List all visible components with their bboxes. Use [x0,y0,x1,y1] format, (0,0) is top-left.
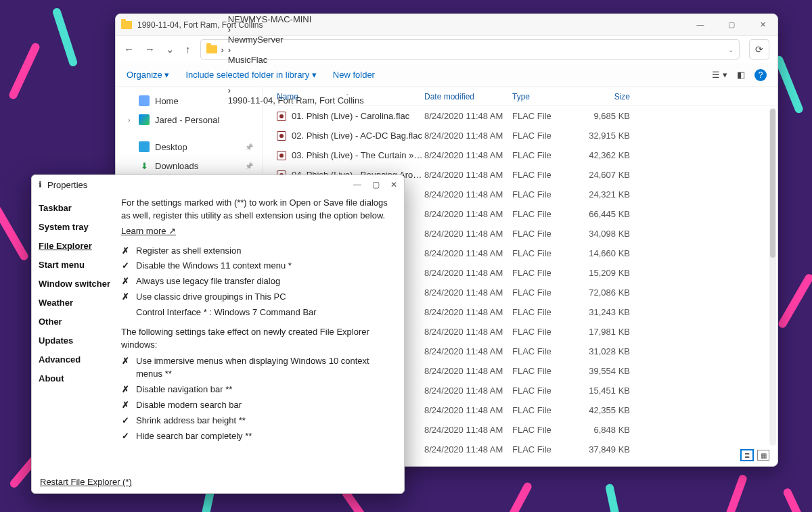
minimize-button[interactable]: — [353,180,361,189]
file-date: 8/24/2020 11:48 AM [424,327,512,337]
intro-text: For the settings marked with (**) to wor… [121,197,394,223]
minimize-button[interactable]: — [691,20,710,29]
scrollbar-thumb[interactable] [770,109,775,258]
sidebar-item-downloads[interactable]: ⬇ Downloads [116,156,263,175]
maximize-button[interactable]: ▢ [372,180,380,189]
setting-option[interactable]: ✗Always use legacy file transfer dialog [121,274,394,289]
nav-history-button[interactable]: ⌄ [166,43,175,55]
category-weather[interactable]: Weather [39,293,120,312]
help-button[interactable]: ? [754,69,767,81]
category-system-tray[interactable]: System tray [39,217,120,236]
file-size: 24,321 KB [580,189,646,200]
nav-forward-button[interactable]: → [145,43,155,55]
chevron-right-icon[interactable]: › [125,116,133,124]
file-type: FLAC File [512,307,580,317]
file-size: 34,098 KB [580,229,646,239]
setting-option[interactable]: ✓Hide search bar completely ** [121,429,394,444]
category-other[interactable]: Other [39,312,120,331]
x-icon: ✗ [121,245,129,258]
category-about[interactable]: About [39,369,120,388]
refresh-button[interactable]: ⟳ [749,39,769,60]
sidebar-item-label: Downloads [155,161,198,171]
file-type: FLAC File [512,229,580,239]
file-date: 8/24/2020 11:48 AM [424,346,512,356]
large-icons-view-button[interactable]: ▦ [757,450,769,461]
setting-option[interactable]: ✗Use classic drive groupings in This PC [121,289,394,305]
flac-file-icon [277,151,286,160]
include-in-library-menu[interactable]: Include selected folder in library ▾ [185,70,316,80]
option-label: Use immersive menus when displaying Wind… [136,355,394,381]
category-advanced[interactable]: Advanced [39,350,120,369]
sidebar-item-personal[interactable]: › Jared - Personal [116,110,263,129]
scrollbar[interactable] [769,108,776,446]
chevron-right-icon: › [228,45,231,55]
table-row[interactable]: 02. Phish (Live) - AC-DC Bag.flac8/24/20… [263,126,777,145]
close-button[interactable]: ✕ [390,180,397,189]
category-start-menu[interactable]: Start menu [39,255,120,274]
breadcrumb-segment[interactable]: NEWMYS-MAC-MINI [228,14,364,24]
setting-option[interactable]: ✓Disable the Windows 11 context menu * [121,258,394,274]
file-size: 37,849 KB [580,444,646,455]
category-taskbar[interactable]: Taskbar [39,198,120,217]
file-type: FLAC File [512,268,580,278]
titlebar[interactable]: 1990-11-04, Fort Ram, Fort Collins — ▢ ✕ [116,14,777,36]
file-type: FLAC File [512,327,580,337]
nav-up-button[interactable]: ↑ [185,43,191,55]
command-bar: Organize ▾ Include selected folder in li… [116,63,777,87]
category-list: TaskbarSystem trayFile ExplorerStart men… [32,194,120,470]
category-window-switcher[interactable]: Window switcher [39,274,120,293]
control-interface-line[interactable]: Control Interface * : Windows 7 Command … [121,305,394,321]
file-type: FLAC File [512,248,580,258]
table-row[interactable]: 03. Phish (Live) - The Curtain ».flac8/2… [263,145,777,165]
close-button[interactable]: ✕ [753,20,772,29]
file-type: FLAC File [512,189,580,200]
restart-explorer-link[interactable]: Restart File Explorer (*) [40,477,132,487]
address-bar[interactable]: › Network › NEWMYS-MAC-MINI › NewmyServe… [200,39,740,60]
nav-back-button[interactable]: ← [124,43,134,55]
setting-option[interactable]: ✗Disable modern search bar [121,398,394,413]
breadcrumb-segment[interactable]: NewmyServer [228,34,364,45]
file-size: 6,848 KB [580,425,646,435]
organize-menu[interactable]: Organize ▾ [127,70,169,80]
file-date: 8/24/2020 11:48 AM [424,150,512,160]
file-type: FLAC File [512,150,580,160]
preview-pane-button[interactable]: ◧ [737,70,745,80]
column-header-type[interactable]: Type [512,92,580,101]
chevron-down-icon[interactable]: ⌄ [728,46,734,53]
setting-option[interactable]: ✓Shrink address bar height ** [121,413,394,429]
file-size: 31,028 KB [580,346,646,356]
file-date: 8/24/2020 11:48 AM [424,209,512,219]
new-folder-button[interactable]: New folder [333,70,375,80]
details-view-button[interactable]: ≣ [741,450,753,461]
maximize-button[interactable]: ▢ [722,20,741,29]
home-icon [139,95,150,106]
column-header-date[interactable]: Date modified [424,92,512,101]
sidebar-item-home[interactable]: Home [116,91,263,110]
option-label: Disable modern search bar [136,399,242,412]
category-updates[interactable]: Updates [39,331,120,350]
sidebar-item-desktop[interactable]: Desktop [116,137,263,156]
option-label: Always use legacy file transfer dialog [136,275,280,288]
learn-more-link[interactable]: Learn more ↗ [121,225,176,238]
x-icon: ✗ [121,275,129,288]
setting-option[interactable]: ✗Use immersive menus when displaying Win… [121,354,394,382]
file-type: FLAC File [512,386,580,396]
setting-option[interactable]: ✗Register as shell extension [121,243,394,259]
file-size: 42,355 KB [580,405,646,415]
dialog-title: Properties [47,180,87,190]
dialog-titlebar[interactable]: ℹ Properties — ▢ ✕ [32,175,404,194]
file-name: 03. Phish (Live) - The Curtain ».flac [292,150,424,160]
properties-dialog: ℹ Properties — ▢ ✕ TaskbarSystem trayFil… [31,174,405,494]
sort-ascending-icon: ˄ [346,93,349,100]
column-header-name[interactable]: Name˄ [277,92,424,101]
folder-icon [121,21,132,29]
file-size: 17,981 KB [580,327,646,337]
category-file-explorer[interactable]: File Explorer [39,236,120,255]
file-type: FLAC File [512,366,580,376]
file-date: 8/24/2020 11:48 AM [424,248,512,258]
column-header-size[interactable]: Size [580,92,646,101]
table-row[interactable]: 01. Phish (Live) - Carolina.flac8/24/202… [263,106,777,126]
file-size: 31,243 KB [580,307,646,317]
setting-option[interactable]: ✗Disable navigation bar ** [121,382,394,398]
view-menu-button[interactable]: ☰ ▾ [712,70,727,80]
